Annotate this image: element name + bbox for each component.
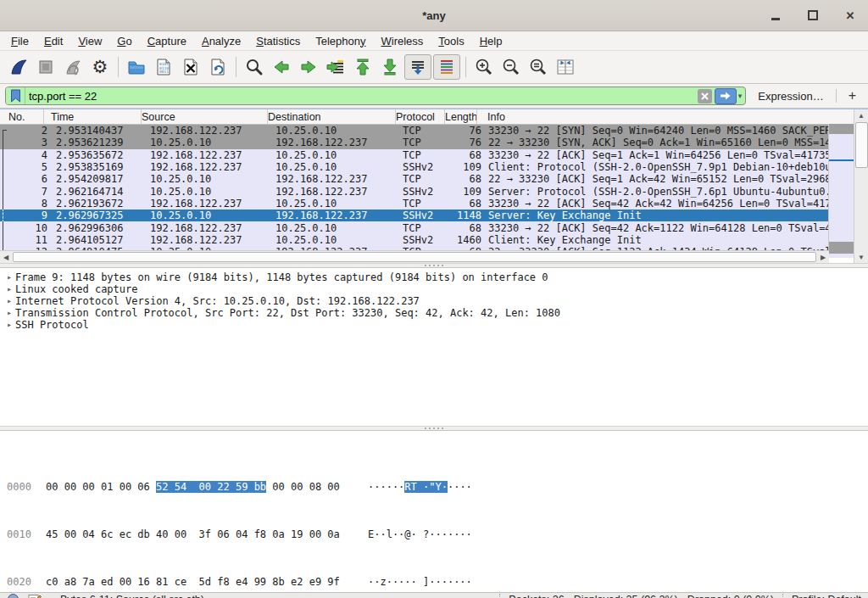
detail-text: SSH Protocol xyxy=(15,319,89,331)
expert-info-icon[interactable] xyxy=(7,593,19,598)
column-header[interactable]: Info xyxy=(477,109,854,124)
column-header[interactable]: No. xyxy=(0,109,44,124)
time-cell: 2.953621239 xyxy=(53,137,150,148)
menu-item[interactable]: View xyxy=(70,31,109,50)
intelligent-scrollbar-minimap[interactable] xyxy=(828,124,854,263)
close-button[interactable]: ✕ xyxy=(841,6,860,25)
toolbar-separator xyxy=(118,57,119,77)
find-packet-button[interactable] xyxy=(242,54,267,80)
packet-row[interactable]: 2 2.953140437 192.168.122.237 10.25.0.10… xyxy=(0,125,829,137)
scroll-left-arrow-icon[interactable]: ◀ xyxy=(0,251,12,263)
open-file-button[interactable] xyxy=(124,54,149,80)
hex-row[interactable]: 0000 00 00 00 01 00 06 52 54 00 22 59 bb… xyxy=(0,481,868,493)
minimize-button[interactable] xyxy=(766,6,785,25)
column-header[interactable]: Length xyxy=(445,109,477,124)
detail-row[interactable]: ▸ Transmission Control Protocol, Src Por… xyxy=(0,307,868,319)
expand-triangle-icon[interactable]: ▸ xyxy=(3,271,15,283)
length-cell: 68 xyxy=(451,173,483,185)
packet-row[interactable]: 3 2.953621239 10.25.0.10 192.168.122.237… xyxy=(0,137,829,148)
resize-columns-icon xyxy=(555,57,576,77)
detail-row[interactable]: ▸ SSH Protocol xyxy=(0,319,868,331)
save-file-icon: 010101100011 xyxy=(153,57,174,77)
zoom-in-button[interactable] xyxy=(471,54,497,80)
packet-list-vertical-scrollbar[interactable]: ▲ ▼ xyxy=(854,109,868,263)
filter-clear-button[interactable] xyxy=(698,89,712,103)
expand-triangle-icon[interactable]: ▸ xyxy=(3,307,15,319)
time-cell: 2.962164714 xyxy=(53,186,150,198)
stop-capture-button[interactable] xyxy=(33,54,58,80)
packet-row[interactable]: 7 2.962164714 10.25.0.10 192.168.122.237… xyxy=(0,185,829,197)
auto-scroll-button[interactable] xyxy=(404,54,431,80)
horizontal-scrollbar-thumb[interactable] xyxy=(13,252,816,262)
hex-row[interactable]: 0020 c0 a8 7a ed 00 16 81 ce 5d f8 e4 99… xyxy=(0,576,868,588)
hex-row[interactable]: 0010 45 00 04 6c ec db 40 00 3f 06 04 f8… xyxy=(0,528,868,540)
detail-row[interactable]: ▸ Frame 9: 1148 bytes on wire (9184 bits… xyxy=(0,271,868,283)
profile-text[interactable]: Profile: Default xyxy=(792,594,861,598)
add-filter-button[interactable]: + xyxy=(842,88,863,103)
start-capture-button[interactable] xyxy=(6,54,31,80)
related-packet-indicator xyxy=(0,221,8,233)
maximize-button[interactable] xyxy=(804,6,822,25)
menu-item[interactable]: Tools xyxy=(431,31,471,50)
go-forward-button[interactable] xyxy=(296,54,321,80)
menu-item[interactable]: Capture xyxy=(140,31,194,50)
go-to-packet-button[interactable] xyxy=(323,54,348,80)
menu-item[interactable]: Edit xyxy=(36,31,70,50)
go-to-top-button[interactable] xyxy=(350,54,376,80)
minimap-stripe xyxy=(829,134,854,159)
length-cell: 68 xyxy=(451,198,483,210)
ascii-bytes: E··l··@· ?······· xyxy=(348,528,472,540)
capture-options-button[interactable]: ⚙ xyxy=(87,54,113,80)
packet-row[interactable]: 11 2.964105127 192.168.122.237 10.25.0.1… xyxy=(0,234,829,246)
capture-comment-icon[interactable] xyxy=(28,593,42,598)
info-cell: 22 → 33230 [ACK] Seq=1 Ack=42 Win=65152 … xyxy=(483,173,829,185)
menu-item[interactable]: File xyxy=(3,31,36,50)
close-file-button[interactable] xyxy=(178,54,203,80)
scroll-down-arrow-icon[interactable]: ▼ xyxy=(854,251,868,263)
expression-button[interactable]: Expression… xyxy=(751,90,830,103)
related-packet-indicator xyxy=(0,137,8,148)
packet-row[interactable]: 6 2.954209817 10.25.0.10 192.168.122.237… xyxy=(0,173,829,185)
packet-row[interactable]: 4 2.953635672 192.168.122.237 10.25.0.10… xyxy=(0,149,829,161)
packet-row[interactable]: 5 2.953835169 192.168.122.237 10.25.0.10… xyxy=(0,161,829,173)
packet-bytes-pane: 0000 00 00 00 01 00 06 52 54 00 22 59 bb… xyxy=(0,431,868,592)
go-back-button[interactable] xyxy=(269,54,294,80)
filter-history-caret[interactable]: ▾ xyxy=(738,92,746,100)
reload-file-button[interactable] xyxy=(205,54,231,80)
save-file-button[interactable]: 010101100011 xyxy=(151,54,176,80)
column-header[interactable]: Destination xyxy=(268,109,396,124)
colorize-packets-button[interactable] xyxy=(433,54,460,80)
expand-triangle-icon[interactable]: ▸ xyxy=(3,283,15,295)
resize-columns-button[interactable] xyxy=(553,54,578,80)
scroll-right-arrow-icon[interactable]: ▶ xyxy=(817,251,829,263)
menu-item[interactable]: Go xyxy=(109,31,139,50)
column-header[interactable]: Time xyxy=(44,109,142,124)
packet-row[interactable]: 9 2.962967325 10.25.0.10 192.168.122.237… xyxy=(0,210,829,221)
detail-row[interactable]: ▸ Linux cooked capture xyxy=(0,283,868,295)
column-header[interactable]: Source xyxy=(142,109,268,124)
packet-list-horizontal-scrollbar[interactable]: ◀ ▶ xyxy=(0,250,829,263)
hex-offset: 0010 xyxy=(0,528,37,540)
menu-item[interactable]: Analyze xyxy=(194,31,248,50)
menu-item[interactable]: Help xyxy=(472,31,510,50)
packet-row[interactable]: 10 2.962996306 192.168.122.237 10.25.0.1… xyxy=(0,221,829,233)
menu-item[interactable]: Telephony xyxy=(308,31,373,50)
filter-bookmark-button[interactable] xyxy=(6,87,25,104)
menu-item[interactable]: Statistics xyxy=(248,31,308,50)
display-filter-input[interactable] xyxy=(25,90,698,103)
column-header[interactable]: Protocol xyxy=(396,109,445,124)
restart-capture-button[interactable] xyxy=(60,54,86,80)
packet-row[interactable]: 8 2.962193672 192.168.122.237 10.25.0.10… xyxy=(0,198,829,210)
expand-triangle-icon[interactable]: ▸ xyxy=(3,319,15,331)
zoom-out-button[interactable] xyxy=(498,54,524,80)
zoom-original-button[interactable] xyxy=(526,54,551,80)
scroll-up-arrow-icon[interactable]: ▲ xyxy=(854,109,868,121)
detail-row[interactable]: ▸ Internet Protocol Version 4, Src: 10.2… xyxy=(0,295,868,307)
filter-apply-button[interactable] xyxy=(715,88,737,104)
hex-offset: 0000 xyxy=(0,481,37,493)
expand-triangle-icon[interactable]: ▸ xyxy=(3,295,15,307)
go-to-bottom-button[interactable] xyxy=(377,54,403,80)
vertical-scrollbar-thumb[interactable] xyxy=(855,122,868,168)
destination-cell: 10.25.0.10 xyxy=(275,198,403,210)
menu-item[interactable]: Wireless xyxy=(374,31,431,50)
